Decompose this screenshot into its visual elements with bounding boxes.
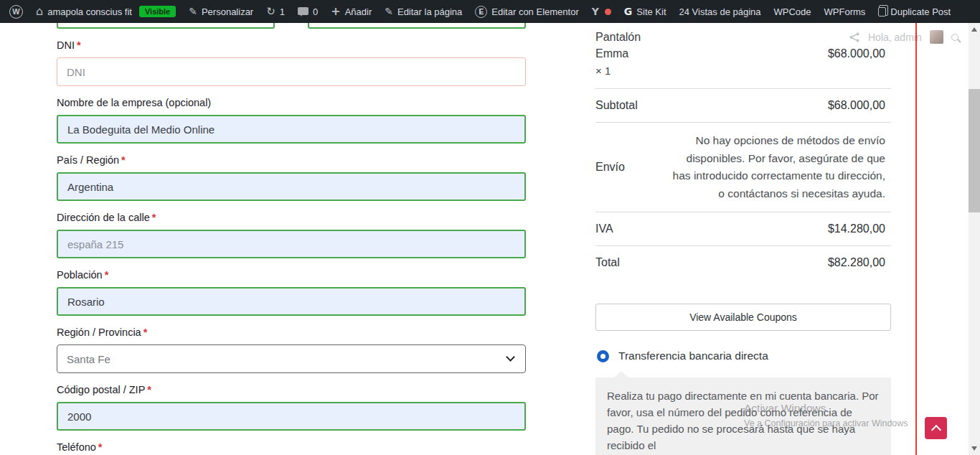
google-g-icon: G — [624, 6, 633, 17]
required-mark: * — [147, 384, 151, 395]
required-mark: * — [121, 154, 126, 166]
subtotal-row: Subtotal $68.000,00 — [595, 89, 891, 122]
field-phone: Teléfono* — [57, 441, 526, 454]
view-coupons-button[interactable]: View Available Coupons — [595, 304, 891, 331]
order-item-info: Pantalón Emma × 1 — [595, 29, 660, 79]
country-label: País / Región* — [57, 154, 526, 166]
scroll-to-top-button[interactable] — [925, 417, 947, 439]
watermark-line2: Ve a Configuración para activar Windows — [744, 418, 908, 428]
shipping-label: Envío — [595, 161, 625, 174]
wpforms-menu[interactable]: WPForms — [818, 0, 872, 23]
street-address-input[interactable] — [57, 230, 526, 258]
update-icon: ↻ — [266, 6, 275, 17]
subtotal-label: Subtotal — [595, 99, 638, 112]
required-mark: * — [152, 212, 156, 223]
chevron-down-icon — [506, 352, 515, 362]
company-input[interactable] — [57, 115, 526, 144]
postcode-input[interactable] — [57, 402, 526, 431]
site-kit-menu[interactable]: G Site Kit — [618, 0, 673, 23]
home-icon: ⌂ — [36, 6, 43, 17]
notification-dot-icon — [605, 9, 611, 15]
comment-bubble-icon — [298, 7, 308, 15]
pencil-icon: ✎ — [189, 6, 197, 17]
tax-label: IVA — [595, 222, 613, 235]
copy-pages-icon — [878, 7, 886, 17]
site-kit-label: Site Kit — [636, 6, 666, 17]
billing-form: DNI* Nombre de la empresa (opcional) Paí… — [57, 23, 526, 455]
edit-page-label: Editar la página — [397, 6, 462, 17]
city-label: Población* — [57, 269, 526, 281]
edit-with-elementor-label: Editar con Elementor — [491, 6, 578, 17]
field-city: Población* — [57, 269, 526, 316]
wp-admin-bar: W ⌂ amapola conscius fit Visible ✎ Perso… — [0, 0, 980, 23]
edit-with-elementor-menu[interactable]: E Editar con Elementor — [468, 0, 585, 23]
required-mark: * — [105, 269, 109, 281]
vertical-scrollbar[interactable] — [969, 23, 980, 455]
avatar[interactable] — [930, 30, 943, 44]
wordpress-logo-icon: W — [9, 5, 23, 19]
field-postcode: Código postal / ZIP* — [57, 384, 526, 431]
site-name: amapola conscius fit — [47, 6, 132, 17]
state-label: Región / Provincia* — [57, 327, 526, 339]
dni-input[interactable] — [57, 57, 526, 86]
shipping-row: Envío No hay opciones de métodos de enví… — [595, 123, 891, 212]
street-address-label: Dirección de la calle* — [57, 212, 526, 224]
page-views-label: 24 Vistas de página — [679, 6, 761, 17]
customize-label: Personalizar — [202, 6, 253, 17]
country-input[interactable] — [57, 172, 526, 201]
tax-value: $14.280,00 — [828, 222, 885, 235]
search-icon[interactable] — [951, 34, 958, 41]
payment-method-option[interactable]: Transferencia bancaria directa — [595, 350, 891, 362]
state-select[interactable]: Santa Fe — [57, 344, 526, 373]
elementor-icon: E — [475, 6, 487, 18]
section-guide-line — [915, 23, 917, 455]
wpforms-label: WPForms — [824, 6, 866, 17]
field-state: Región / Provincia* Santa Fe — [57, 327, 526, 373]
field-company: Nombre de la empresa (opcional) — [57, 97, 526, 144]
comments-count: 0 — [313, 6, 318, 17]
pencil-icon: ✎ — [385, 6, 393, 17]
customize-menu[interactable]: ✎ Personalizar — [182, 0, 260, 23]
wpcode-menu[interactable]: WPCode — [768, 0, 818, 23]
page-views-menu[interactable]: 24 Vistas de página — [673, 0, 768, 23]
duplicate-post-menu[interactable]: Duplicate Post — [872, 0, 957, 23]
total-row: Total $82.280,00 — [595, 246, 891, 279]
checkout-page: W ⌂ amapola conscius fit Visible ✎ Perso… — [0, 0, 980, 455]
tax-row: IVA $14.280,00 — [595, 212, 891, 245]
scrollbar-up-arrow-icon[interactable] — [971, 27, 977, 32]
edit-page-menu[interactable]: ✎ Editar la página — [378, 0, 468, 23]
payment-method-label: Transferencia bancaria directa — [618, 350, 768, 362]
add-new-label: Añadir — [345, 6, 372, 17]
field-dni: DNI* — [57, 39, 526, 86]
product-price: $68.000,00 — [828, 47, 885, 60]
company-label: Nombre de la empresa (opcional) — [57, 97, 526, 109]
plus-icon: + — [331, 6, 340, 17]
product-quantity: × 1 — [595, 62, 660, 79]
watermark-line1: Activar Windows — [744, 402, 908, 415]
order-item-row: Pantalón Emma × 1 $68.000,00 — [595, 23, 891, 88]
product-name: Pantalón Emma — [595, 29, 660, 62]
scrollbar-down-arrow-icon[interactable] — [971, 446, 977, 451]
new-content-menu[interactable]: + Añadir — [324, 0, 378, 23]
city-input[interactable] — [57, 287, 526, 316]
duplicate-post-label: Duplicate Post — [890, 6, 951, 17]
postcode-label: Código postal / ZIP* — [57, 384, 526, 396]
visible-badge: Visible — [139, 6, 176, 17]
required-mark: * — [143, 327, 148, 338]
dni-label: DNI* — [57, 39, 526, 52]
shipping-message: No hay opciones de métodos de envío disp… — [670, 132, 885, 202]
scrollbar-thumb[interactable] — [969, 89, 980, 212]
wp-logo-menu[interactable]: W — [3, 0, 29, 23]
state-select-value: Santa Fe — [67, 353, 110, 365]
required-mark: * — [98, 441, 103, 453]
order-review: Pantalón Emma × 1 $68.000,00 Subtotal $6… — [595, 23, 891, 455]
phone-label: Teléfono* — [57, 441, 526, 454]
updates-count: 1 — [280, 6, 285, 17]
windows-activation-watermark: Activar Windows Ve a Configuración para … — [744, 402, 908, 428]
comments-menu[interactable]: 0 — [291, 0, 324, 23]
chevron-up-icon — [930, 425, 941, 435]
site-name-menu[interactable]: ⌂ amapola conscius fit Visible — [29, 0, 182, 23]
yoast-seo-menu[interactable]: Y — [585, 0, 618, 23]
updates-menu[interactable]: ↻ 1 — [260, 0, 291, 23]
radio-selected-icon[interactable] — [597, 350, 609, 362]
